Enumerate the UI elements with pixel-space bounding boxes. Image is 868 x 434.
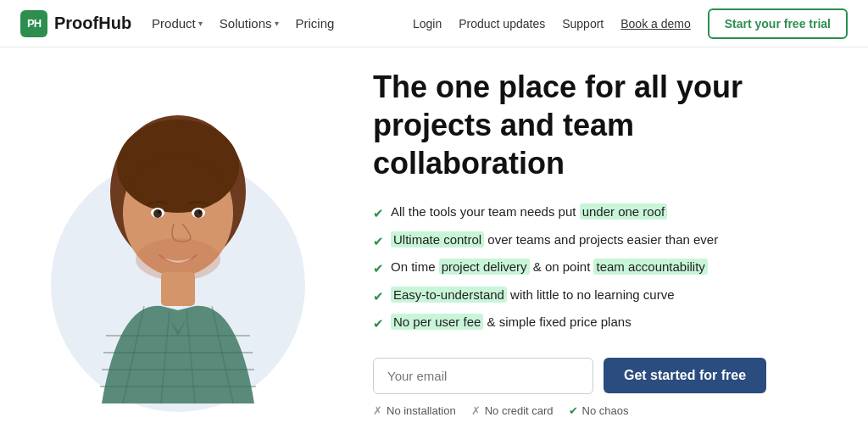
- feature-item-5: ✔ No per user fee & simple fixed price p…: [373, 313, 834, 334]
- email-row: Get started for free: [373, 358, 834, 394]
- hero-content: The one place for all your projects and …: [356, 68, 834, 417]
- svg-point-2: [117, 120, 239, 213]
- trust-row: ✗ No installation ✗ No credit card ✔ No …: [373, 404, 834, 417]
- svg-rect-10: [161, 272, 195, 306]
- x-icon: ✗: [471, 404, 481, 417]
- chevron-down-icon: ▾: [275, 19, 279, 28]
- svg-point-6: [194, 209, 203, 218]
- navbar-left: PH ProofHub Product ▾ Solutions ▾ Pricin…: [20, 10, 334, 37]
- check-icon: ✔: [373, 287, 384, 307]
- x-icon: ✗: [373, 404, 382, 417]
- svg-point-8: [198, 210, 202, 214]
- nav-solutions[interactable]: Solutions ▾: [220, 16, 279, 31]
- feature-item-1: ✔ All the tools your team needs put unde…: [373, 203, 834, 224]
- get-started-button[interactable]: Get started for free: [604, 358, 766, 393]
- svg-point-5: [153, 209, 162, 218]
- start-trial-button[interactable]: Start your free trial: [708, 8, 848, 39]
- nav-links: Product ▾ Solutions ▾ Pricing: [152, 16, 334, 31]
- trust-no-installation: ✗ No installation: [373, 404, 456, 417]
- nav-pricing[interactable]: Pricing: [296, 16, 335, 31]
- navbar: PH ProofHub Product ▾ Solutions ▾ Pricin…: [0, 0, 868, 47]
- nav-product-updates[interactable]: Product updates: [459, 17, 545, 31]
- check-icon: ✔: [373, 204, 384, 224]
- check-icon: ✔: [569, 404, 578, 417]
- svg-point-7: [158, 210, 161, 214]
- features-list: ✔ All the tools your team needs put unde…: [373, 203, 834, 334]
- nav-support[interactable]: Support: [562, 17, 604, 31]
- feature-item-2: ✔ Ultimate control over teams and projec…: [373, 231, 834, 252]
- nav-product[interactable]: Product ▾: [152, 16, 203, 31]
- hero-title: The one place for all your projects and …: [373, 68, 814, 182]
- feature-item-4: ✔ Easy-to-understand with little to no l…: [373, 286, 834, 307]
- check-icon: ✔: [373, 232, 384, 252]
- check-icon: ✔: [373, 314, 384, 334]
- nav-book-demo[interactable]: Book a demo: [620, 17, 691, 31]
- chevron-down-icon: ▾: [198, 19, 203, 28]
- trust-no-credit-card: ✗ No credit card: [471, 404, 554, 417]
- check-icon: ✔: [373, 259, 384, 279]
- feature-item-3: ✔ On time project delivery & on point te…: [373, 258, 834, 279]
- logo-icon: PH: [20, 10, 47, 37]
- trust-no-chaos: ✔ No chaos: [569, 404, 629, 417]
- navbar-right: Login Product updates Support Book a dem…: [413, 8, 848, 39]
- hero-section: The one place for all your projects and …: [0, 47, 868, 434]
- logo-text: ProofHub: [54, 14, 131, 33]
- hero-image: [0, 64, 356, 420]
- person-illustration: [51, 81, 305, 420]
- nav-login[interactable]: Login: [413, 17, 442, 31]
- email-input[interactable]: [373, 358, 593, 394]
- logo[interactable]: PH ProofHub: [20, 10, 131, 37]
